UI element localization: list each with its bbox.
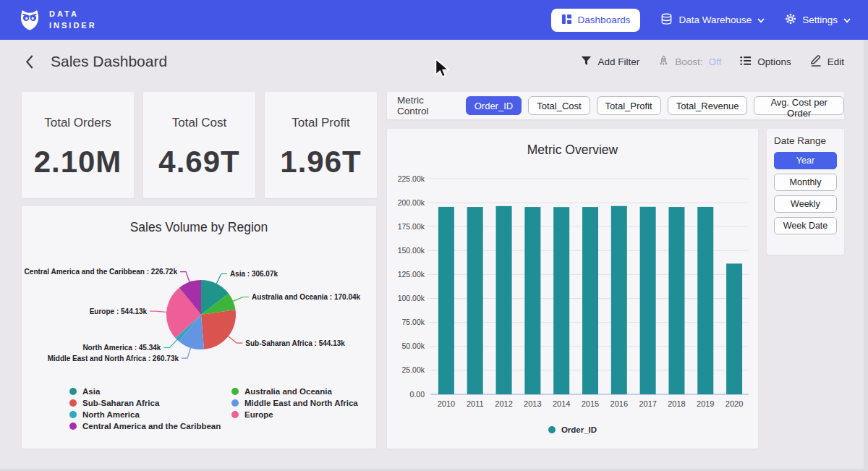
kpi-card-total-orders: Total Orders 2.10M (22, 92, 134, 198)
legend-item-central-america-and-the-caribbean[interactable]: Central America and the Caribbean (69, 422, 231, 430)
funnel-icon (581, 56, 592, 68)
pie-chart[interactable]: Asia : 306.07kAustralia and Oceania : 17… (22, 248, 376, 389)
legend-item-north-america[interactable]: North America (69, 410, 231, 419)
bar-2016[interactable] (611, 206, 627, 394)
kpi-label: Total Cost (143, 116, 255, 130)
bar-2017[interactable] (640, 207, 656, 394)
pie-chart-card: Sales Volume by Region Asia : 306.07kAus… (22, 206, 376, 449)
x-tick-label: 2017 (639, 399, 656, 408)
legend-label: Europe (244, 410, 273, 419)
bar-2011[interactable] (467, 207, 483, 394)
data-warehouse-label: Data Warehouse (678, 14, 752, 25)
bar-2010[interactable] (438, 207, 454, 394)
data-warehouse-menu[interactable]: Data Warehouse (660, 13, 765, 27)
date-range-panel: Date Range YearMonthlyWeeklyWeek Date (767, 129, 844, 255)
bar-2019[interactable] (697, 207, 713, 394)
x-tick-label: 2018 (668, 399, 685, 408)
bar-chart[interactable]: 0.0025.00k50.00k75.00k100.00k125.00k150.… (387, 161, 758, 415)
legend-label: Asia (82, 387, 100, 396)
bar-2020[interactable] (726, 263, 742, 394)
legend-dot (231, 411, 239, 418)
date-range-label: Date Range (774, 135, 837, 146)
y-tick-label: 50.00k (401, 341, 425, 350)
x-tick-label: 2020 (726, 399, 743, 408)
kpi-card-total-cost: Total Cost 4.69T (143, 92, 255, 198)
legend-dot (231, 388, 239, 395)
pencil-icon (810, 55, 822, 69)
metric-button-total-profit[interactable]: Total_Profit (597, 96, 661, 115)
legend-label: Australia and Oceania (244, 387, 332, 396)
legend-dot (231, 399, 239, 407)
legend-dot (69, 411, 77, 418)
x-tick-label: 2016 (610, 399, 628, 408)
list-icon (740, 56, 752, 68)
x-tick-label: 2014 (553, 399, 570, 408)
metric-button-order-id[interactable]: Order_ID (466, 96, 522, 115)
bar-2015[interactable] (582, 207, 598, 394)
pie-slice-label: North America : 45.34k (82, 344, 161, 352)
legend-dot (548, 426, 556, 433)
pie-slice-label: Middle East and North Africa : 260.73k (48, 355, 179, 362)
legend-label: North America (82, 410, 140, 419)
boost-toggle[interactable]: Boost: Off (658, 55, 721, 69)
bar-2018[interactable] (668, 207, 684, 394)
settings-menu[interactable]: Settings (785, 13, 851, 27)
legend-item-europe[interactable]: Europe (231, 410, 358, 419)
metric-control-label: Metric Control (397, 95, 456, 116)
y-tick-label: 225.00k (398, 174, 425, 183)
app-logo[interactable]: DATA INSIDER (17, 7, 97, 34)
kpi-label: Total Profit (265, 116, 377, 130)
legend-dot (69, 423, 77, 430)
y-tick-label: 0.00 (410, 390, 425, 399)
metric-button-total-cost[interactable]: Total_Cost (528, 96, 590, 115)
edit-button[interactable]: Edit (810, 55, 844, 69)
date-range-button-year[interactable]: Year (774, 152, 837, 169)
x-tick-label: 2012 (495, 399, 512, 408)
legend-label: Middle East and North Africa (244, 399, 358, 407)
kpi-card-total-profit: Total Profit 1.96T (265, 92, 377, 198)
legend-dot (69, 388, 77, 395)
legend-dot (69, 399, 77, 407)
date-range-button-week-date[interactable]: Week Date (774, 217, 837, 234)
add-filter-button[interactable]: Add Filter (581, 56, 639, 68)
legend-item-australia-and-oceania[interactable]: Australia and Oceania (231, 387, 358, 396)
metric-control-bar: Metric Control Order_IDTotal_CostTotal_P… (387, 92, 844, 119)
kpi-label: Total Orders (22, 116, 134, 130)
legend-label: Order_ID (561, 425, 597, 434)
y-tick-label: 125.00k (398, 270, 425, 279)
bar-2013[interactable] (524, 207, 540, 394)
date-range-button-monthly[interactable]: Monthly (774, 174, 837, 191)
kpi-value: 1.96T (265, 145, 377, 179)
page-header: Sales Dashboard Add Filter Boost: Off (0, 40, 868, 83)
metric-button-total-revenue[interactable]: Total_Revenue (668, 96, 748, 115)
x-tick-label: 2013 (524, 399, 541, 408)
bar-2014[interactable] (553, 207, 569, 394)
x-tick-label: 2010 (438, 399, 455, 408)
chevron-down-icon (757, 14, 765, 25)
legend-item-middle-east-and-north-africa[interactable]: Middle East and North Africa (231, 399, 358, 407)
pie-slice-sub-saharan-africa[interactable] (201, 310, 236, 349)
pie-slice-label: Europe : 544.13k (90, 307, 148, 315)
options-button[interactable]: Options (740, 56, 791, 68)
date-range-button-weekly[interactable]: Weekly (774, 195, 837, 213)
dashboards-label: Dashboards (578, 14, 631, 25)
dashboards-button[interactable]: Dashboards (551, 9, 641, 32)
pie-slice-label: Asia : 306.07k (230, 270, 278, 278)
y-tick-label: 100.00k (398, 294, 425, 302)
bar-chart-card: Metric Overview 0.0025.00k50.00k75.00k10… (387, 129, 758, 449)
pie-legend: AsiaAustralia and OceaniaSub-Saharan Afr… (69, 387, 358, 430)
legend-item-asia[interactable]: Asia (69, 387, 231, 396)
y-tick-label: 150.00k (398, 246, 425, 255)
scrollbar[interactable] (864, 40, 868, 471)
page-title: Sales Dashboard (51, 53, 167, 70)
back-button[interactable] (22, 54, 38, 69)
database-icon (660, 13, 673, 27)
chevron-down-icon (843, 14, 851, 25)
settings-label: Settings (802, 14, 838, 25)
legend-label: Central America and the Caribbean (82, 422, 221, 430)
bar-chart-title: Metric Overview (387, 143, 758, 158)
bar-2012[interactable] (496, 206, 512, 394)
pie-slice-label: Australia and Oceania : 170.04k (252, 293, 361, 301)
metric-button-avg-cost-per-order[interactable]: Avg. Cost per Order (754, 96, 844, 115)
legend-item-sub-saharan-africa[interactable]: Sub-Saharan Africa (69, 399, 231, 407)
